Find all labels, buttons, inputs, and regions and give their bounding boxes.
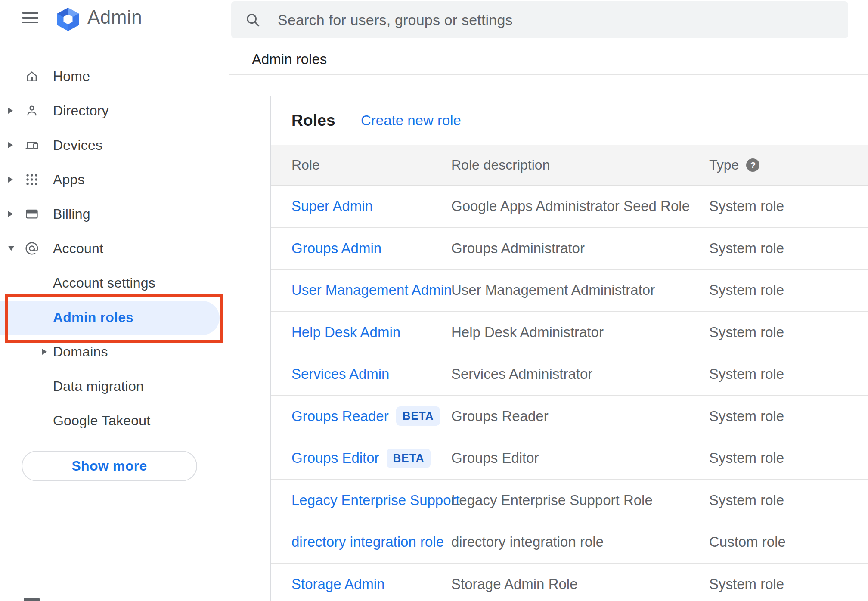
home-icon	[25, 69, 39, 84]
sidebar-item-label: Account	[53, 241, 103, 257]
table-row: Groups Reader BETA Groups Reader System …	[271, 396, 868, 438]
role-link[interactable]: Groups Reader	[291, 408, 389, 424]
role-link[interactable]: Services Admin	[291, 366, 389, 382]
clipped-icon	[24, 598, 40, 601]
google-admin-console: { "app": { "title": "Admin" }, "search":…	[0, 0, 868, 601]
at-icon	[25, 241, 39, 256]
menu-icon[interactable]	[22, 12, 38, 23]
role-link[interactable]: Storage Admin	[291, 576, 384, 592]
role-description: Storage Admin Role	[451, 564, 578, 601]
column-header-type: Type ?	[709, 145, 760, 185]
table-row: directory integration role directory int…	[271, 521, 868, 564]
sidebar-item-label: Directory	[53, 103, 109, 119]
help-icon[interactable]: ?	[746, 158, 760, 172]
devices-icon	[25, 138, 39, 152]
sidebar-item-home[interactable]: Home	[0, 59, 229, 93]
role-description: Groups Administrator	[451, 228, 585, 270]
column-header-description: Role description	[451, 145, 550, 185]
expand-arrow-icon	[8, 177, 13, 183]
sidebar-item-apps[interactable]: Apps	[0, 162, 229, 197]
person-icon	[25, 103, 39, 118]
sidebar-subitem-data-migration[interactable]: Data migration	[0, 369, 229, 403]
table-row: Help Desk Admin Help Desk Administrator …	[271, 312, 868, 354]
role-link[interactable]: Super Admin	[291, 198, 373, 214]
content-divider	[229, 74, 868, 75]
table-row: Groups Admin Groups Administrator System…	[271, 228, 868, 270]
sidebar-item-label: Home	[53, 68, 90, 84]
sidebar-subitem-label: Data migration	[53, 378, 144, 394]
sidebar: Admin Home Directory Devices Apps Billin…	[0, 0, 229, 601]
role-link[interactable]: Groups Editor	[291, 450, 379, 466]
collapse-arrow-icon	[8, 246, 14, 251]
search-icon	[245, 12, 261, 28]
content: Search for users, groups or settings Adm…	[229, 0, 868, 601]
beta-badge: BETA	[396, 406, 440, 426]
column-header-type-label: Type	[709, 157, 739, 173]
beta-badge: BETA	[387, 449, 431, 468]
app-title: Admin	[87, 5, 142, 29]
apps-icon	[25, 172, 39, 187]
table-row: Storage Admin Storage Admin Role System …	[271, 564, 868, 601]
show-more-button[interactable]: Show more	[22, 451, 197, 481]
card-header: Roles Create new role	[271, 96, 868, 145]
table-row: Super Admin Google Apps Administrator Se…	[271, 186, 868, 228]
card-icon	[25, 207, 39, 221]
role-type: System role	[709, 396, 784, 437]
sidebar-subitem-label: Domains	[53, 344, 108, 360]
role-type: System role	[709, 564, 784, 601]
expand-arrow-icon	[8, 211, 13, 217]
role-description: Help Desk Administrator	[451, 312, 604, 353]
sidebar-subitem-label: Admin roles	[53, 310, 133, 325]
role-type: System role	[709, 186, 784, 227]
create-new-role-link[interactable]: Create new role	[361, 112, 461, 129]
sidebar-item-directory[interactable]: Directory	[0, 93, 229, 128]
sidebar-subitem-account-settings[interactable]: Account settings	[0, 266, 229, 300]
admin-logo-icon	[55, 7, 81, 31]
role-link[interactable]: Groups Admin	[291, 240, 381, 257]
role-link[interactable]: directory integration role	[291, 534, 444, 550]
search-placeholder: Search for users, groups or settings	[278, 12, 513, 28]
role-description: User Management Administrator	[451, 270, 655, 311]
card-title: Roles	[291, 112, 335, 130]
role-description: directory integration role	[451, 521, 604, 563]
table-header: Role Role description Type ?	[271, 145, 868, 186]
sidebar-item-devices[interactable]: Devices	[0, 128, 229, 162]
role-type: Custom role	[709, 521, 786, 563]
sidebar-subitem-domains[interactable]: Domains	[0, 335, 229, 369]
role-link[interactable]: Legacy Enterprise Support	[291, 492, 460, 508]
sidebar-item-billing[interactable]: Billing	[0, 197, 229, 231]
roles-card: Roles Create new role Role Role descript…	[270, 96, 868, 601]
role-type: System role	[709, 312, 784, 353]
table-row: Services Admin Services Administrator Sy…	[271, 353, 868, 396]
role-type: System role	[709, 437, 784, 479]
sidebar-item-account[interactable]: Account	[0, 231, 229, 266]
role-description: Legacy Enterprise Support Role	[451, 480, 653, 521]
sidebar-nav: Home Directory Devices Apps Billing Acco…	[0, 59, 229, 266]
table-row: User Management Admin User Management Ad…	[271, 270, 868, 312]
breadcrumb: Admin roles	[252, 51, 327, 68]
sidebar-item-label: Billing	[53, 206, 90, 222]
role-link[interactable]: Help Desk Admin	[291, 324, 400, 341]
expand-arrow-icon	[8, 142, 13, 148]
sidebar-item-label: Devices	[53, 137, 102, 153]
sidebar-header: Admin	[0, 0, 229, 41]
sidebar-subitem-admin-roles[interactable]: Admin roles	[0, 300, 229, 335]
role-type: System role	[709, 270, 784, 311]
sidebar-subitem-label: Google Takeout	[53, 413, 150, 429]
role-link[interactable]: User Management Admin	[291, 282, 452, 298]
expand-arrow-icon	[8, 108, 13, 114]
sidebar-subitem-google-takeout[interactable]: Google Takeout	[0, 403, 229, 438]
role-description: Google Apps Administrator Seed Role	[451, 186, 690, 227]
sidebar-subnav: Account settings Admin roles Domains Dat…	[0, 266, 229, 438]
column-header-role: Role	[291, 145, 320, 185]
table-row: Groups Editor BETA Groups Editor System …	[271, 437, 868, 480]
role-type: System role	[709, 228, 784, 270]
sidebar-item-label: Apps	[53, 172, 85, 188]
sidebar-divider	[0, 579, 215, 579]
table-body: Super Admin Google Apps Administrator Se…	[271, 186, 868, 601]
search-bar[interactable]: Search for users, groups or settings	[231, 1, 848, 38]
role-type: System role	[709, 480, 784, 521]
table-row: Legacy Enterprise Support Legacy Enterpr…	[271, 480, 868, 522]
role-description: Groups Editor	[451, 437, 539, 479]
role-description: Groups Reader	[451, 396, 549, 437]
